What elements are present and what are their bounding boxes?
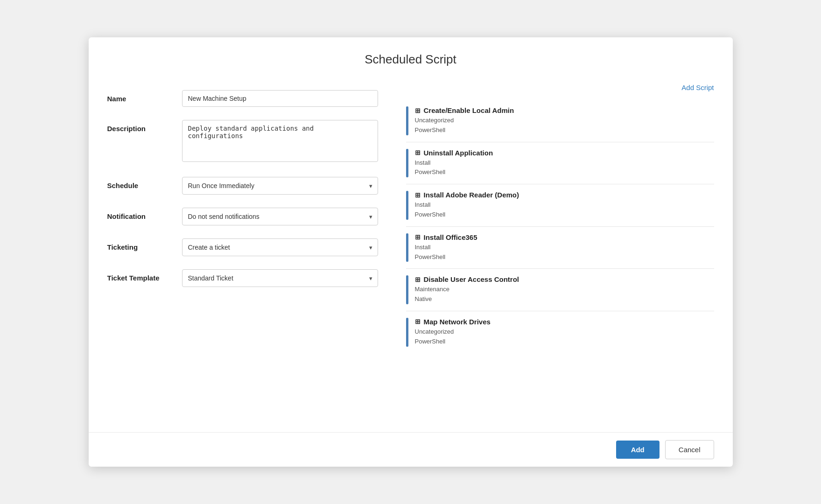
windows-icon: ⊞ — [415, 233, 421, 241]
schedule-field-wrapper: Run Once Immediately Daily Weekly Monthl… — [182, 177, 378, 195]
windows-icon: ⊞ — [415, 276, 421, 283]
name-field-wrapper — [182, 90, 378, 107]
script-accent-bar — [406, 106, 408, 135]
script-info: ⊞ Install Adobe Reader (Demo) InstallPow… — [415, 191, 714, 220]
script-info: ⊞ Uninstall Application InstallPowerShel… — [415, 149, 714, 178]
description-row: Description Deploy standard applications… — [107, 120, 378, 164]
script-meta: InstallPowerShell — [415, 243, 714, 262]
script-accent-bar — [406, 318, 408, 347]
script-meta: UncategorizedPowerShell — [415, 116, 714, 135]
script-meta: InstallPowerShell — [415, 200, 714, 220]
modal-header: Scheduled Script — [89, 37, 733, 76]
script-name: ⊞ Install Office365 — [415, 233, 714, 241]
modal-body: Name Description Deploy standard applica… — [89, 76, 733, 432]
ticketing-row: Ticketing Create a ticket Do not create … — [107, 238, 378, 256]
windows-icon: ⊞ — [415, 191, 421, 199]
modal-dialog: Scheduled Script Name Description Deploy… — [89, 37, 733, 467]
notification-field-wrapper: Do not send notifications Send on succes… — [182, 208, 378, 225]
ticket-template-field-wrapper: Standard Ticket Priority Ticket No Templ… — [182, 269, 378, 287]
ticket-template-select-wrapper: Standard Ticket Priority Ticket No Templ… — [182, 269, 378, 287]
add-button[interactable]: Add — [616, 441, 660, 459]
script-meta: UncategorizedPowerShell — [415, 327, 714, 347]
modal-footer: Add Cancel — [89, 432, 733, 467]
cancel-button[interactable]: Cancel — [665, 440, 714, 459]
schedule-label: Schedule — [107, 177, 182, 189]
form-panel: Name Description Deploy standard applica… — [89, 76, 397, 432]
name-label: Name — [107, 90, 182, 103]
notification-row: Notification Do not send notifications S… — [107, 208, 378, 225]
description-label: Description — [107, 120, 182, 133]
ticketing-select[interactable]: Create a ticket Do not create a ticket — [182, 238, 378, 256]
script-name: ⊞ Uninstall Application — [415, 149, 714, 157]
modal-title: Scheduled Script — [107, 52, 714, 67]
list-item: ⊞ Install Office365 InstallPowerShell — [406, 227, 714, 269]
ticket-template-select[interactable]: Standard Ticket Priority Ticket No Templ… — [182, 269, 378, 287]
name-input[interactable] — [182, 90, 378, 107]
ticket-template-row: Ticket Template Standard Ticket Priority… — [107, 269, 378, 287]
scripts-panel: Add Script ⊞ Create/Enable Local Admin U… — [397, 76, 733, 432]
script-meta: InstallPowerShell — [415, 158, 714, 178]
list-item: ⊞ Map Network Drives UncategorizedPowerS… — [406, 311, 714, 353]
schedule-select-wrapper: Run Once Immediately Daily Weekly Monthl… — [182, 177, 378, 195]
script-name: ⊞ Install Adobe Reader (Demo) — [415, 191, 714, 199]
list-item: ⊞ Uninstall Application InstallPowerShel… — [406, 142, 714, 185]
windows-icon: ⊞ — [415, 149, 421, 156]
script-info: ⊞ Create/Enable Local Admin Uncategorize… — [415, 106, 714, 135]
script-name: ⊞ Map Network Drives — [415, 318, 714, 326]
name-row: Name — [107, 90, 378, 107]
list-item: ⊞ Create/Enable Local Admin Uncategorize… — [406, 100, 714, 142]
script-accent-bar — [406, 233, 408, 262]
add-script-link[interactable]: Add Script — [406, 84, 714, 91]
description-field-wrapper: Deploy standard applications and configu… — [182, 120, 378, 164]
list-item: ⊞ Disable User Access Control Maintenanc… — [406, 269, 714, 311]
script-accent-bar — [406, 149, 408, 178]
notification-select-wrapper: Do not send notifications Send on succes… — [182, 208, 378, 225]
script-name: ⊞ Create/Enable Local Admin — [415, 106, 714, 114]
windows-icon: ⊞ — [415, 318, 421, 325]
schedule-row: Schedule Run Once Immediately Daily Week… — [107, 177, 378, 195]
ticket-template-label: Ticket Template — [107, 269, 182, 282]
script-meta: MaintenanceNative — [415, 285, 714, 304]
script-accent-bar — [406, 275, 408, 304]
list-item: ⊞ Install Adobe Reader (Demo) InstallPow… — [406, 184, 714, 227]
script-name: ⊞ Disable User Access Control — [415, 275, 714, 283]
scripts-list: ⊞ Create/Enable Local Admin Uncategorize… — [406, 100, 714, 353]
windows-icon: ⊞ — [415, 107, 421, 114]
description-input[interactable]: Deploy standard applications and configu… — [182, 120, 378, 162]
script-accent-bar — [406, 191, 408, 220]
schedule-select[interactable]: Run Once Immediately Daily Weekly Monthl… — [182, 177, 378, 195]
script-info: ⊞ Disable User Access Control Maintenanc… — [415, 275, 714, 304]
page-background: Scheduled Script Name Description Deploy… — [0, 0, 821, 504]
ticketing-select-wrapper: Create a ticket Do not create a ticket ▾ — [182, 238, 378, 256]
script-info: ⊞ Install Office365 InstallPowerShell — [415, 233, 714, 262]
notification-label: Notification — [107, 208, 182, 220]
ticketing-label: Ticketing — [107, 238, 182, 251]
ticketing-field-wrapper: Create a ticket Do not create a ticket ▾ — [182, 238, 378, 256]
notification-select[interactable]: Do not send notifications Send on succes… — [182, 208, 378, 225]
script-info: ⊞ Map Network Drives UncategorizedPowerS… — [415, 318, 714, 347]
